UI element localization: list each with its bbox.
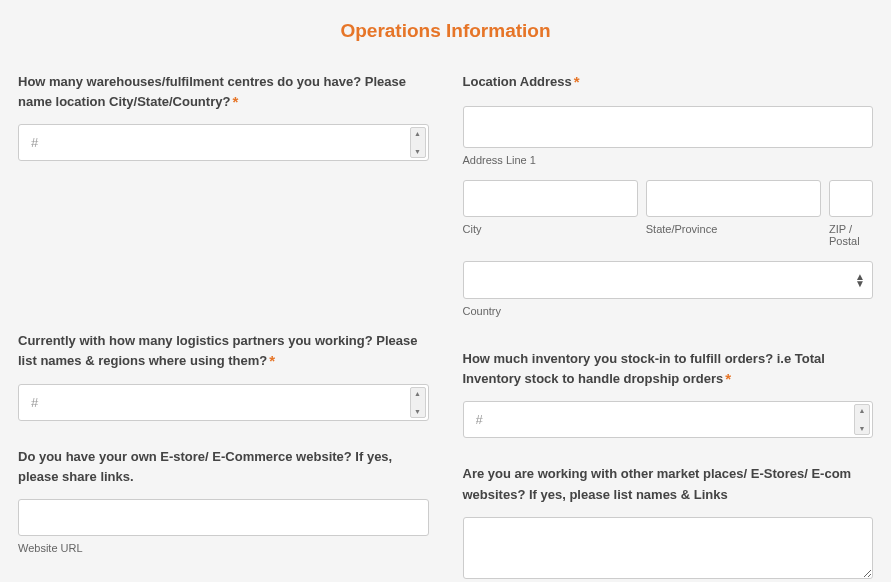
marketplaces-field: Are you are working with other market pl… (463, 464, 874, 582)
state-sublabel: State/Province (646, 223, 821, 235)
stepper-icon[interactable]: ▲▼ (410, 127, 426, 158)
logistics-input[interactable] (18, 384, 429, 421)
marketplaces-textarea[interactable] (463, 517, 874, 579)
estore-input[interactable] (18, 499, 429, 536)
inventory-label: How much inventory you stock-in to fulfi… (463, 351, 825, 386)
right-column: Location Address* Address Line 1 City St… (463, 72, 874, 582)
logistics-label: Currently with how many logistics partne… (18, 333, 417, 368)
estore-label: Do you have your own E-store/ E-Commerce… (18, 449, 392, 484)
zip-sublabel: ZIP / Postal (829, 223, 873, 247)
warehouses-input[interactable] (18, 124, 429, 161)
logistics-field: Currently with how many logistics partne… (18, 331, 429, 420)
state-input[interactable] (646, 180, 821, 217)
city-sublabel: City (463, 223, 638, 235)
estore-sublabel: Website URL (18, 542, 429, 554)
marketplaces-label: Are you are working with other market pl… (463, 466, 852, 501)
country-sublabel: Country (463, 305, 874, 317)
zip-input[interactable] (829, 180, 873, 217)
warehouses-label: How many warehouses/fulfilment centres d… (18, 74, 406, 109)
stepper-icon[interactable]: ▲▼ (410, 387, 426, 418)
location-address-field: Location Address* Address Line 1 City St… (463, 72, 874, 317)
inventory-field: How much inventory you stock-in to fulfi… (463, 349, 874, 438)
location-address-label: Location Address (463, 74, 572, 89)
page-title: Operations Information (18, 20, 873, 42)
address-line1-input[interactable] (463, 106, 874, 148)
left-column: How many warehouses/fulfilment centres d… (18, 72, 429, 582)
required-marker: * (574, 73, 580, 90)
address-line1-sublabel: Address Line 1 (463, 154, 874, 166)
required-marker: * (232, 93, 238, 110)
stepper-icon[interactable]: ▲▼ (854, 404, 870, 435)
city-input[interactable] (463, 180, 638, 217)
warehouses-field: How many warehouses/fulfilment centres d… (18, 72, 429, 161)
estore-field: Do you have your own E-store/ E-Commerce… (18, 447, 429, 554)
required-marker: * (725, 370, 731, 387)
required-marker: * (269, 352, 275, 369)
inventory-input[interactable] (463, 401, 874, 438)
country-select[interactable] (463, 261, 874, 299)
form-grid: How many warehouses/fulfilment centres d… (18, 72, 873, 582)
